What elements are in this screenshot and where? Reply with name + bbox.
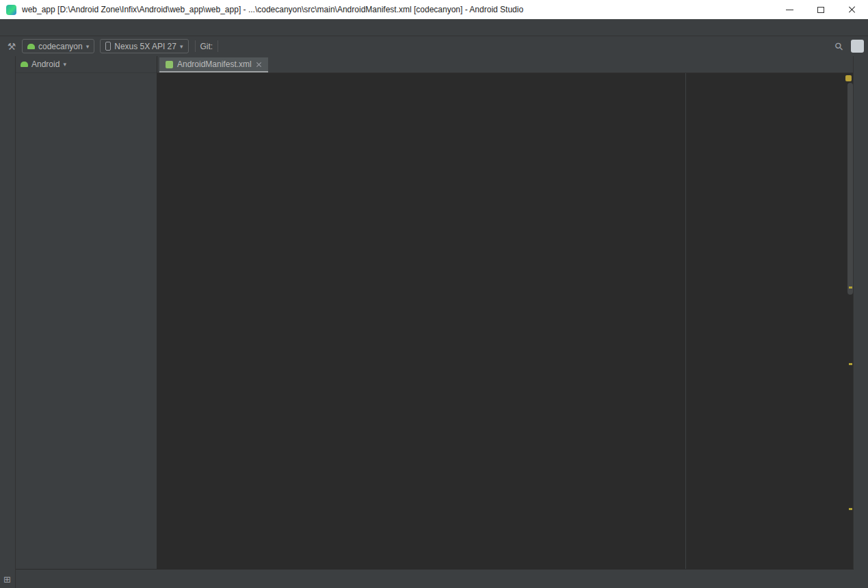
toolbar-separator — [218, 40, 218, 52]
close-icon — [848, 5, 856, 14]
tool-window-switcher-icon[interactable]: ⊞ — [3, 574, 11, 585]
window-controls — [774, 0, 868, 19]
project-view-selector[interactable]: Android — [31, 59, 60, 69]
editor-body — [157, 73, 854, 569]
close-tab-icon[interactable] — [256, 62, 262, 68]
main-toolbar: ⚒ codecanyon ▾ Nexus 5X API 27 ▾ Git: ⚲ — [0, 36, 868, 57]
menu-bar — [0, 19, 868, 36]
chevron-down-icon: ▾ — [180, 43, 183, 50]
android-studio-window: web_app [D:\Android Zone\Infix\Android\w… — [0, 0, 868, 588]
run-configuration-select[interactable]: codecanyon ▾ — [22, 39, 94, 53]
project-tree — [16, 74, 157, 569]
scrollbar-thumb[interactable] — [847, 83, 853, 295]
project-panel-header: Android ▾ — [16, 56, 157, 73]
android-file-icon — [166, 61, 173, 68]
project-panel: Android ▾ — [16, 56, 157, 569]
right-tool-stripe — [853, 56, 868, 588]
error-stripe-mark — [849, 508, 852, 510]
editor-tab-bar: AndroidManifest.xml — [157, 56, 854, 73]
error-stripe-mark — [849, 363, 852, 365]
breadcrumb-bar — [16, 569, 854, 588]
android-icon — [27, 44, 35, 49]
window-title: web_app [D:\Android Zone\Infix\Android\w… — [22, 5, 774, 14]
right-margin-guide — [685, 73, 686, 569]
user-avatar[interactable] — [851, 40, 864, 53]
maximize-icon — [817, 7, 824, 13]
run-configuration-label: codecanyon — [38, 42, 83, 51]
title-bar: web_app [D:\Android Zone\Infix\Android\w… — [0, 0, 868, 19]
android-studio-icon — [6, 5, 16, 15]
build-hammer-icon[interactable]: ⚒ — [4, 39, 19, 54]
left-tool-stripe — [0, 56, 16, 588]
main-area: Android ▾ AndroidManifest.xml — [0, 56, 868, 588]
minimize-icon — [786, 10, 793, 10]
device-icon — [105, 42, 111, 51]
android-icon — [21, 62, 28, 67]
error-stripe-mark — [849, 286, 852, 289]
inspections-indicator[interactable] — [845, 75, 852, 81]
tab-label: AndroidManifest.xml — [177, 59, 252, 69]
git-label: Git: — [200, 42, 213, 51]
device-select[interactable]: Nexus 5X API 27 ▾ — [100, 39, 188, 53]
search-everywhere-icon[interactable]: ⚲ — [831, 39, 846, 54]
chevron-down-icon: ▾ — [86, 43, 90, 50]
close-button[interactable] — [837, 0, 868, 19]
maximize-button[interactable] — [805, 0, 837, 19]
search-icon: ⚲ — [832, 39, 846, 53]
editor-tab-androidmanifest[interactable]: AndroidManifest.xml — [159, 57, 268, 72]
toolbar-separator — [195, 40, 196, 52]
editor-area: AndroidManifest.xml — [157, 56, 854, 569]
device-label: Nexus 5X API 27 — [114, 42, 176, 51]
chevron-down-icon: ▾ — [63, 61, 66, 68]
minimize-button[interactable] — [774, 0, 805, 19]
